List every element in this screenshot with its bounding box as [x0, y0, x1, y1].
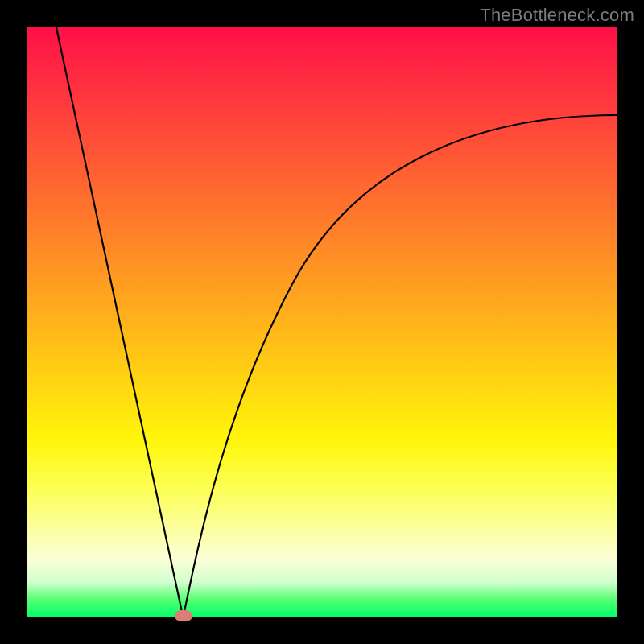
chart-frame: TheBottleneck.com	[0, 0, 644, 644]
curve-left	[56, 27, 184, 617]
plot-area	[27, 27, 617, 617]
curve-right	[184, 115, 618, 617]
watermark-text: TheBottleneck.com	[480, 5, 634, 26]
bottleneck-curve	[27, 27, 617, 617]
optimum-marker	[175, 610, 192, 621]
